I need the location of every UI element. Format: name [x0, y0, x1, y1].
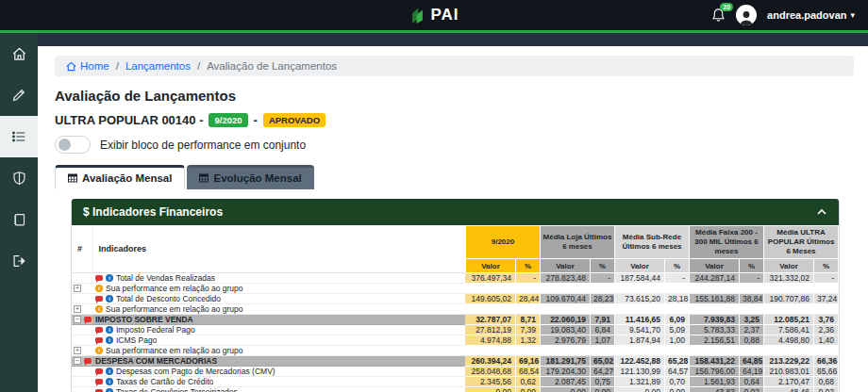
- table-row[interactable]: iTotal de Vendas Realizadas376.497,34-27…: [72, 273, 839, 284]
- value-cell: 64,57: [664, 367, 689, 377]
- info-icon[interactable]: i: [106, 378, 113, 385]
- sidebar-item-edit[interactable]: [0, 74, 38, 116]
- comment-icon[interactable]: [95, 337, 103, 343]
- col-subheader-pct: %: [813, 259, 838, 273]
- collapse-icon[interactable]: −: [74, 357, 81, 365]
- value-cell: 68,54: [515, 367, 540, 377]
- sidebar-item-logout[interactable]: [0, 240, 38, 282]
- col-group-header: Média Sub-Rede Últimos 6 meses: [614, 226, 689, 259]
- info-icon[interactable]: i: [95, 305, 103, 313]
- table-row[interactable]: iTaxas de Convênios Terceirizados0,000,0…: [72, 387, 839, 392]
- value-cell: 64,85: [739, 356, 763, 367]
- comment-icon[interactable]: [84, 317, 92, 322]
- table-row[interactable]: −DESPESA COM MERCADORIAS260.394,2469,161…: [72, 356, 839, 367]
- info-icon[interactable]: i: [106, 368, 113, 375]
- value-cell: 5,09: [664, 325, 689, 335]
- comment-icon[interactable]: [95, 379, 103, 384]
- breadcrumb-lancamentos-link[interactable]: Lançamentos: [125, 60, 191, 72]
- row-label-cell: iSua performance em relação ao grupo: [92, 304, 465, 315]
- value-cell: 7,91: [590, 315, 614, 325]
- table-row[interactable]: iImposto Federal Pago27.812,197,3919.083…: [72, 325, 839, 335]
- comment-icon[interactable]: [95, 368, 103, 374]
- row-num-cell: −: [72, 356, 92, 367]
- pencil-icon: [11, 88, 26, 103]
- value-cell: 190.707,86: [763, 294, 813, 304]
- col-group-header: Média Faixa 200 - 300 MIL Últimos 6 mese…: [689, 226, 763, 259]
- home-icon: [11, 46, 27, 62]
- col-subheader-pct: %: [664, 259, 689, 273]
- info-icon[interactable]: i: [106, 326, 113, 334]
- value-cell: 156.796,00: [689, 367, 739, 377]
- collapse-icon[interactable]: −: [74, 316, 81, 323]
- panel-header[interactable]: $ Indicadores Financeiros: [72, 199, 839, 225]
- value-cell: 1,07: [590, 335, 614, 346]
- table-row[interactable]: iTaxas de Cartão de Crédito2.345,560,622…: [72, 377, 839, 387]
- chevron-up-icon[interactable]: [816, 208, 827, 216]
- comment-icon[interactable]: [95, 275, 103, 281]
- table-row[interactable]: +iSua performance em relação ao grupo: [72, 346, 839, 356]
- tab-evolucao-mensal[interactable]: Evolução Mensal: [187, 165, 313, 189]
- table-row[interactable]: iDespesas com Pagto de Mercadorias (CMV)…: [72, 367, 839, 377]
- value-cell: 0,88: [739, 335, 763, 346]
- notification-count-badge: 20: [720, 3, 733, 11]
- expand-icon[interactable]: +: [74, 305, 81, 313]
- value-cell: 12.085,21: [763, 315, 813, 325]
- value-cell: 210.983,01: [763, 367, 813, 377]
- table-row[interactable]: −IMPOSTO SOBRE VENDA32.787,078,7122.060,…: [72, 315, 839, 325]
- comment-icon[interactable]: [95, 296, 103, 302]
- col-group-header: Média Loja Últimos 6 meses: [540, 226, 614, 259]
- value-cell: 187.584,44: [614, 273, 664, 284]
- tab-avaliacao-mensal[interactable]: Avaliação Mensal: [55, 165, 185, 189]
- value-cell: -: [813, 273, 838, 284]
- info-icon[interactable]: i: [106, 388, 113, 392]
- value-cell: 66,36: [813, 356, 838, 367]
- performance-toggle[interactable]: [55, 136, 91, 154]
- info-icon[interactable]: i: [106, 336, 113, 344]
- table-row[interactable]: +iSua performance em relação ao grupo: [72, 284, 839, 294]
- info-icon[interactable]: i: [95, 285, 103, 292]
- user-menu[interactable]: andrea.padovan ▾: [767, 9, 855, 21]
- value-cell: 1,00: [664, 335, 689, 346]
- row-num-cell: +: [72, 284, 92, 294]
- app-logo[interactable]: PAI: [409, 6, 459, 24]
- row-label-cell: iDespesas com Pagto de Mercadorias (CMV): [92, 367, 465, 377]
- value-cell: 37,24: [813, 294, 838, 304]
- value-cell: 2.170,47: [763, 377, 813, 387]
- row-num-cell: [72, 377, 92, 387]
- sidebar-item-home[interactable]: [0, 33, 38, 74]
- info-icon[interactable]: i: [106, 274, 113, 282]
- brand-name: PAI: [430, 6, 459, 24]
- entity-name: ULTRA POPULAR 00140 -: [55, 113, 203, 127]
- sidebar-item-list[interactable]: [0, 116, 38, 157]
- comment-icon[interactable]: [95, 327, 103, 333]
- comment-icon[interactable]: [84, 358, 92, 364]
- calendar-table-icon: [199, 173, 209, 183]
- avatar[interactable]: [736, 5, 757, 25]
- row-empty-values: [465, 304, 838, 315]
- indicadores-table: #Indicadores9/2020Média Loja Últimos 6 m…: [72, 225, 839, 392]
- top-navbar: PAI 20 andrea.padovan ▾: [0, 0, 868, 30]
- value-cell: 179.204,30: [540, 367, 590, 377]
- table-row[interactable]: iICMS Pago4.974,881,322.976,791,071.874,…: [72, 335, 839, 346]
- value-cell: 38,84: [739, 294, 763, 304]
- col-header-num: #: [72, 226, 92, 273]
- sidebar-item-security[interactable]: [0, 157, 38, 199]
- info-icon[interactable]: i: [95, 347, 103, 354]
- toggle-knob: [58, 139, 71, 151]
- row-num-cell: [72, 367, 92, 377]
- sidebar-item-notebook[interactable]: [0, 199, 38, 240]
- notifications-button[interactable]: 20: [711, 8, 726, 23]
- breadcrumb-home-link[interactable]: Home: [66, 60, 109, 72]
- tabs: Avaliação Mensal Evolução Mensal: [55, 165, 854, 189]
- info-icon[interactable]: i: [106, 295, 113, 302]
- row-num-cell: [72, 335, 92, 346]
- expand-icon[interactable]: +: [74, 285, 81, 292]
- value-cell: 11.416,65: [614, 315, 664, 325]
- value-cell: 32.787,07: [465, 315, 515, 325]
- table-row[interactable]: +iSua performance em relação ao grupo: [72, 304, 839, 315]
- value-cell: 0,00: [590, 387, 614, 392]
- table-row[interactable]: iTotal de Desconto Concedido149.605,0228…: [72, 294, 839, 304]
- value-cell: 109.670,44: [540, 294, 590, 304]
- indicadores-panel: $ Indicadores Financeiros #Indicadores9/…: [71, 199, 840, 392]
- expand-icon[interactable]: +: [74, 347, 81, 354]
